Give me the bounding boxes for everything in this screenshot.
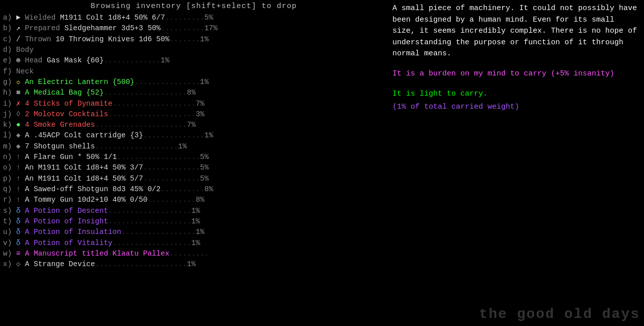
list-item[interactable]: l) ◆ A .45ACP Colt cartridge {3}........… [3,130,384,141]
inventory-header: Browsing inventory [shift+select] to dro… [3,2,384,11]
item-pct: 8% [204,185,213,193]
item-pct: 7% [187,121,195,129]
item-pct: 1% [200,35,209,43]
item-key: r) [3,196,12,204]
list-item[interactable]: e) ☻ Head Gas Mask {60}.............1% [3,55,384,66]
list-item[interactable]: d) Body [3,45,384,55]
item-pct: 17% [204,24,217,32]
item-pct: 5% [200,175,209,183]
item-key: x) [3,260,12,268]
item-description-weight: (1% of total carried weight) [392,101,639,113]
list-item[interactable]: i) ✗ 4 Sticks of Dynamite...............… [3,99,384,109]
item-icon: ► [16,14,21,22]
item-key: l) [3,131,12,139]
item-dots: ............... [134,78,200,86]
item-key: b) [3,24,12,32]
item-slot: Head [25,56,43,64]
item-key: d) [3,46,12,54]
item-icon: ↑ [16,153,21,161]
item-name: A Potion of Vitality [25,239,113,247]
item-dots: .................. [113,239,192,247]
item-name: 10 Throwing Knives 1d6 50% [55,35,169,43]
item-dots: ................... [117,153,200,161]
item-name: A Tommy Gun 10d2+10 40% 0/50 [25,196,148,204]
list-item[interactable]: a) ► Wielded M1911 Colt 1d8+4 50% 6/7...… [3,13,384,23]
item-name: An M1911 Colt 1d8+4 50% 5/7 [25,175,143,183]
list-item[interactable]: q) ↑ A Sawed-off Shotgun 8d3 45% 0/2....… [3,184,384,195]
item-icon: ■ [16,89,21,97]
item-pct: 8% [196,196,204,204]
item-dots: ................... [95,142,178,150]
item-pct: 1% [160,56,169,64]
item-name: A Potion of Descent [25,207,108,215]
item-icon: ↑ [16,196,21,204]
item-dots: .................... [108,110,196,118]
item-icon: δ [16,228,21,236]
list-item[interactable]: o) ↑ An M1911 Colt 1d8+4 50% 3/7........… [3,162,384,173]
item-pct: 5% [204,14,213,22]
list-item[interactable]: s) δ A Potion of Descent................… [3,206,384,216]
list-item[interactable]: c) / Thrown 10 Throwing Knives 1d6 50%..… [3,34,384,45]
item-key: m) [3,142,12,150]
item-key: o) [3,164,12,172]
item-dots: ..................... [95,121,187,129]
item-key: f) [3,67,12,75]
list-item[interactable]: k) ● 4 Smoke Grenades...................… [3,120,384,130]
item-description-light: It is light to carry. [392,88,639,100]
item-name: A Strange Device [25,260,95,268]
list-item[interactable]: h) ■ A Medical Bag {52}.................… [3,88,384,98]
item-key: w) [3,250,12,258]
list-item[interactable]: w) ≡ A Manuscript titled Klaatu Pallex..… [3,249,384,259]
item-icon: ↑ [16,185,21,193]
item-icon: ● [16,121,21,129]
description-panel: A small piece of machinery. It could not… [387,0,644,326]
list-item[interactable]: t) δ A Potion of Insight................… [3,216,384,227]
list-item[interactable]: f) Neck [3,66,384,77]
item-dots: ................... [104,89,187,97]
item-dots: ......... [170,250,209,258]
item-key: s) [3,207,12,215]
item-key: v) [3,239,12,247]
watermark: the good old days [479,306,640,322]
item-key: k) [3,121,12,129]
list-item[interactable]: g) ☼ An Electric Lantern {500}..........… [3,77,384,88]
item-icon: ◆ [16,142,21,150]
item-key: u) [3,228,12,236]
list-item[interactable]: x) ◇ A Strange Device...................… [3,259,384,270]
list-item[interactable]: u) δ A Potion of Insulation.............… [3,227,384,237]
item-key: g) [3,78,12,86]
list-item[interactable]: m) ◆ 7 Shotgun shells...................… [3,141,384,152]
list-item[interactable]: n) ↑ A Flare Gun * 50% 1/1..............… [3,152,384,162]
item-key: t) [3,217,12,225]
item-name: An Electric Lantern {500} [25,78,135,86]
list-item[interactable]: b) ↗ Prepared Sledgehammer 3d5+3 50%....… [3,23,384,34]
item-name: A Flare Gun * 50% 1/1 [25,153,117,161]
item-slot: Thrown [25,35,51,43]
item-icon: δ [16,217,21,225]
inventory-panel: Browsing inventory [shift+select] to dro… [0,0,387,326]
item-name: A Potion of Insight [25,217,108,225]
item-key: q) [3,185,12,193]
item-name: A Potion of Insulation [25,228,121,236]
list-item[interactable]: r) ↑ A Tommy Gun 10d2+10 40% 0/50.......… [3,195,384,205]
item-dots: ............. [143,164,200,172]
item-slot: Wielded [25,14,56,22]
item-pct: 1% [196,228,204,236]
item-icon: δ [16,207,21,215]
item-dots: .............. [143,131,205,139]
item-icon: ✗ [16,100,21,108]
item-key: c) [3,35,12,43]
item-icon: ◊ [16,110,21,118]
list-item[interactable]: p) ↑ An M1911 Colt 1d8+4 50% 5/7........… [3,174,384,184]
item-pct: 3% [196,110,204,118]
item-icon: ☻ [16,56,21,64]
item-key: n) [3,153,12,161]
item-dots: ................... [108,207,191,215]
item-pct: 5% [200,164,209,172]
item-name: Sledgehammer 3d5+3 50% [64,24,160,32]
list-item[interactable]: j) ◊ 2 Molotov Cocktails................… [3,109,384,120]
item-dots: .......... [160,24,204,32]
list-item[interactable]: v) δ A Potion of Vitality...............… [3,238,384,249]
item-name: 2 Molotov Cocktails [25,110,108,118]
item-icon: ↑ [16,164,21,172]
